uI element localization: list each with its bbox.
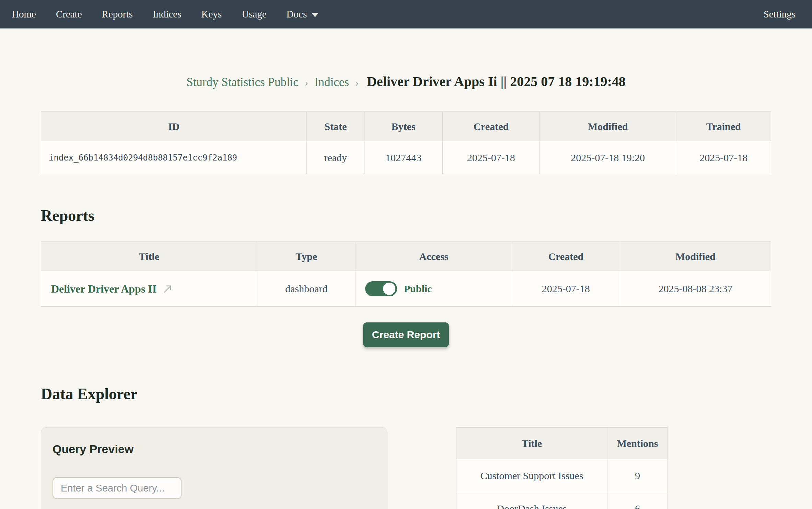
nav-item-keys[interactable]: Keys: [201, 9, 222, 20]
reports-col-title: Title: [41, 242, 257, 271]
top-navbar: Home Create Reports Indices Keys Usage D…: [0, 0, 812, 28]
access-label: Public: [404, 283, 432, 295]
data-explorer-heading: Data Explorer: [41, 386, 771, 403]
nav-item-indices[interactable]: Indices: [153, 9, 182, 20]
mentions-row: Customer Support Issues 9: [456, 459, 668, 492]
mentions-row-title: Customer Support Issues: [456, 459, 607, 492]
index-table: ID State Bytes Created Modified Trained …: [41, 111, 771, 174]
mentions-row: DoorDash Issues 6: [456, 492, 668, 509]
mentions-col-mentions: Mentions: [607, 428, 668, 459]
reports-col-created: Created: [512, 242, 620, 271]
page-title: Deliver Driver Apps Ii || 2025 07 18 19:…: [367, 74, 626, 89]
report-title-text: Deliver Driver Apps II: [51, 283, 156, 295]
caret-down-icon: [312, 13, 318, 17]
data-explorer-section: Query Preview Title Mentions Customer Su…: [41, 427, 771, 509]
index-trained-value: 2025-07-18: [676, 141, 771, 174]
mentions-header-row: Title Mentions: [456, 428, 668, 459]
public-toggle[interactable]: [365, 281, 397, 296]
index-id-value: index_66b14834d0294d8b88157e1cc9f2a189: [41, 141, 307, 174]
mentions-row-title: DoorDash Issues: [456, 492, 607, 509]
search-query-input[interactable]: [53, 477, 182, 499]
mentions-row-count: 9: [607, 459, 668, 492]
nav-item-docs-label: Docs: [287, 9, 307, 20]
nav-links: Home Create Reports Indices Keys Usage D…: [12, 9, 318, 20]
query-preview-panel: Query Preview: [41, 427, 387, 509]
access-control: Public: [365, 281, 512, 296]
nav-item-docs[interactable]: Docs: [287, 9, 319, 20]
index-col-id: ID: [41, 112, 307, 141]
index-col-state: State: [307, 112, 364, 141]
breadcrumb-separator: ›: [305, 77, 308, 88]
index-state-value: ready: [307, 141, 364, 174]
index-created-value: 2025-07-18: [442, 141, 540, 174]
index-col-bytes: Bytes: [364, 112, 443, 141]
nav-item-settings[interactable]: Settings: [764, 9, 796, 20]
reports-table-header-row: Title Type Access Created Modified: [41, 242, 771, 271]
index-table-row: index_66b14834d0294d8b88157e1cc9f2a189 r…: [41, 141, 771, 174]
breadcrumb-link-org[interactable]: Sturdy Statistics Public: [186, 75, 299, 89]
report-modified-value: 2025-08-08 23:37: [620, 271, 771, 307]
report-title-link[interactable]: Deliver Driver Apps II: [51, 283, 172, 295]
mentions-table-wrap: Title Mentions Customer Support Issues 9…: [456, 427, 668, 509]
index-col-trained: Trained: [676, 112, 771, 141]
breadcrumb-link-indices[interactable]: Indices: [314, 75, 349, 89]
nav-item-home[interactable]: Home: [12, 9, 36, 20]
reports-col-access: Access: [356, 242, 512, 271]
index-col-created: Created: [442, 112, 540, 141]
mentions-col-title: Title: [456, 428, 607, 459]
index-modified-value: 2025-07-18 19:20: [540, 141, 676, 174]
nav-item-usage[interactable]: Usage: [242, 9, 266, 20]
breadcrumb-separator: ›: [355, 77, 359, 88]
index-table-header-row: ID State Bytes Created Modified Trained: [41, 112, 771, 141]
reports-col-modified: Modified: [620, 242, 771, 271]
mentions-row-count: 6: [607, 492, 668, 509]
reports-table: Title Type Access Created Modified Deliv…: [41, 241, 771, 307]
create-report-button[interactable]: Create Report: [363, 322, 449, 347]
external-link-icon: [162, 284, 172, 294]
toggle-knob-icon: [383, 283, 395, 295]
report-created-value: 2025-07-18: [512, 271, 620, 307]
report-type-value: dashboard: [257, 271, 356, 307]
index-col-modified: Modified: [540, 112, 676, 141]
query-preview-heading: Query Preview: [53, 442, 376, 456]
reports-heading: Reports: [41, 207, 771, 224]
mentions-table: Title Mentions Customer Support Issues 9…: [456, 427, 668, 509]
page-content: Sturdy Statistics Public › Indices › Del…: [0, 73, 812, 509]
reports-col-type: Type: [257, 242, 356, 271]
breadcrumb: Sturdy Statistics Public › Indices › Del…: [41, 73, 771, 93]
nav-item-create[interactable]: Create: [56, 9, 82, 20]
index-bytes-value: 1027443: [364, 141, 443, 174]
create-report-row: Create Report: [41, 322, 771, 347]
nav-item-reports[interactable]: Reports: [102, 9, 133, 20]
report-row: Deliver Driver Apps II dashboard Public: [41, 271, 771, 307]
